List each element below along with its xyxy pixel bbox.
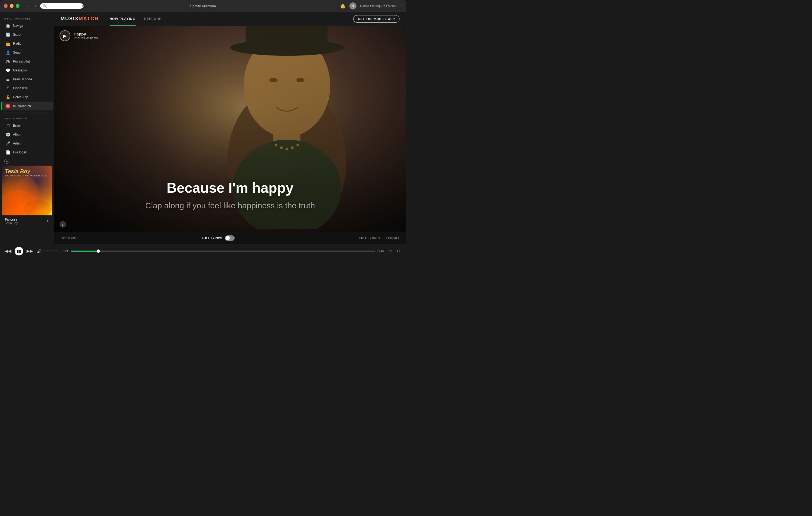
sidebar-item-naviga[interactable]: 🏠 Naviga bbox=[1, 21, 53, 30]
time-current: 0:21 bbox=[62, 249, 68, 253]
close-button[interactable] bbox=[4, 4, 7, 8]
resize-icon[interactable]: ◻ bbox=[400, 4, 402, 8]
sidebar-divider bbox=[4, 113, 50, 113]
sidebar-item-label: Scopri bbox=[13, 33, 22, 36]
progress-section: 0:21 3:46 bbox=[62, 249, 384, 253]
musixmatch-icon: ✕ bbox=[5, 103, 10, 109]
pause-button[interactable]: ▮▮ bbox=[14, 247, 23, 255]
lyrics-next-line: Clap along if you feel like happiness is… bbox=[65, 201, 395, 210]
sidebar-section1-label: MENU PRINCIPALE bbox=[0, 15, 54, 21]
header-tabs: NOW PLAYING EXPLORE bbox=[110, 12, 162, 26]
lyrics-controls-bar: SETTINGS FULL LYRICS EDIT LYRICS REPORT bbox=[54, 232, 406, 244]
next-button[interactable]: ▶▶ bbox=[26, 247, 34, 255]
sidebar-track-add-icon[interactable]: + bbox=[46, 218, 49, 224]
sidebar-item-cerca-app[interactable]: 🔒 Cerca App bbox=[1, 93, 53, 101]
lyrics-right-buttons: EDIT LYRICS REPORT bbox=[359, 237, 400, 240]
avatar[interactable]: N bbox=[349, 2, 356, 9]
edit-lyrics-button[interactable]: EDIT LYRICS bbox=[359, 237, 380, 240]
naviga-icon: 🏠 bbox=[5, 23, 10, 28]
song-info-overlay: ▶ Happy Pharrell Williams bbox=[60, 30, 98, 41]
song-details: Happy Pharrell Williams bbox=[74, 32, 98, 40]
sidebar-item-brani-in-coda[interactable]: ☰ Brani in coda bbox=[1, 75, 53, 84]
brani-icon: 🎵 bbox=[5, 123, 10, 128]
musixmatch-header: MUSIXMATCH NOW PLAYING EXPLORE GET THE M… bbox=[54, 12, 406, 26]
artisti-icon: 🎤 bbox=[5, 141, 10, 146]
file-locali-icon: 📄 bbox=[5, 150, 10, 155]
progress-bar[interactable] bbox=[71, 250, 375, 252]
sidebar-item-label: Dispositivi bbox=[13, 86, 28, 90]
volume-section: 🔊 bbox=[37, 249, 59, 253]
previous-button[interactable]: ◀◀ bbox=[4, 247, 12, 255]
sidebar-add-playlist[interactable]: + bbox=[0, 157, 54, 165]
volume-icon: 🔊 bbox=[37, 249, 41, 253]
sidebar-item-artisti[interactable]: 🎤 Artisti bbox=[1, 139, 53, 148]
sidebar-track-artist: Tesla Boy bbox=[5, 221, 18, 224]
extra-controls: ⇆ ↻ bbox=[387, 248, 402, 254]
sidebar-item-messaggi[interactable]: 💬 Messaggi bbox=[1, 66, 53, 75]
forward-arrow[interactable]: › bbox=[32, 3, 38, 8]
sidebar-item-brani[interactable]: 🎵 Brani bbox=[1, 121, 53, 130]
search-bar: 🔍 tesla boy ✕ bbox=[40, 3, 83, 9]
scopri-icon: 🔄 bbox=[5, 32, 10, 37]
svg-point-2 bbox=[16, 176, 38, 209]
cerca-app-icon: 🔒 bbox=[5, 95, 10, 99]
progress-thumb bbox=[97, 249, 100, 253]
add-icon: + bbox=[4, 159, 9, 164]
window-title: Spotify Premium bbox=[190, 4, 216, 8]
radio-icon: 📻 bbox=[5, 41, 10, 46]
sidebar-item-scopri[interactable]: 🔄 Scopri bbox=[1, 30, 53, 39]
sidebar: MENU PRINCIPALE 🏠 Naviga 🔄 Scopri 📻 Radi… bbox=[0, 12, 54, 244]
sidebar-item-label: Più ascoltati bbox=[13, 60, 31, 63]
playback-bar: ◀◀ ▮▮ ▶▶ 🔊 0:21 3:46 ⇆ ↻ bbox=[0, 244, 406, 258]
fullscreen-button[interactable] bbox=[16, 4, 20, 8]
full-lyrics-toggle: FULL LYRICS bbox=[202, 235, 235, 241]
piu-ascoltati-icon: 1/2₃ bbox=[5, 59, 10, 64]
progress-played bbox=[71, 250, 98, 252]
full-lyrics-label: FULL LYRICS bbox=[202, 237, 222, 240]
back-arrow[interactable]: ‹ bbox=[25, 3, 31, 8]
notification-icon[interactable]: 🔔 bbox=[340, 3, 346, 9]
search-icon: 🔍 bbox=[43, 4, 47, 8]
sidebar-item-label: Brani bbox=[13, 124, 21, 127]
album-art-svg bbox=[2, 165, 52, 215]
settings-button[interactable]: SETTINGS bbox=[61, 237, 78, 240]
shuffle-button[interactable]: ⇆ bbox=[387, 248, 394, 254]
sidebar-item-segui[interactable]: 👤 Segui bbox=[1, 48, 53, 57]
volume-bar[interactable] bbox=[43, 250, 59, 251]
album-icon: 💿 bbox=[5, 132, 10, 137]
song-artist: Pharrell Williams bbox=[74, 36, 98, 40]
sidebar-item-musixmatch[interactable]: ✕ musiXmatch bbox=[1, 102, 53, 111]
sidebar-item-file-locali[interactable]: 📄 File locali bbox=[1, 148, 53, 157]
sidebar-item-label: File locali bbox=[13, 150, 27, 154]
report-button[interactable]: REPORT bbox=[385, 237, 400, 240]
tab-now-playing[interactable]: NOW PLAYING bbox=[110, 12, 136, 26]
song-icon: ▶ bbox=[60, 30, 70, 41]
sidebar-item-album[interactable]: 💿 Album bbox=[1, 130, 53, 139]
brani-in-coda-icon: ☰ bbox=[5, 77, 10, 82]
user-name: Nicola Felasquez Falaco bbox=[360, 4, 396, 8]
sidebar-item-dispositivi[interactable]: 📱 Dispositivi bbox=[1, 84, 53, 93]
sidebar-item-label: Artisti bbox=[13, 142, 21, 145]
lyrics-current-line: Because I'm happy bbox=[65, 180, 395, 195]
sidebar-track-name: Fantasy bbox=[5, 217, 18, 221]
sidebar-item-label: Brani in coda bbox=[13, 78, 32, 81]
time-total: 3:46 bbox=[378, 249, 384, 253]
messaggi-icon: 💬 bbox=[5, 68, 10, 73]
sidebar-album-art: Tesla Boy THE UNIVERSE MADE OF DARKNESS bbox=[2, 165, 52, 215]
minimize-button[interactable] bbox=[10, 4, 13, 8]
sidebar-item-radio[interactable]: 📻 Radio bbox=[1, 39, 53, 48]
full-lyrics-toggle-switch[interactable] bbox=[225, 235, 235, 241]
tab-explore[interactable]: EXPLORE bbox=[144, 12, 162, 26]
main-layout: MENU PRINCIPALE 🏠 Naviga 🔄 Scopri 📻 Radi… bbox=[0, 12, 406, 244]
info-badge[interactable]: i bbox=[60, 221, 66, 227]
repeat-button[interactable]: ↻ bbox=[395, 248, 402, 254]
sidebar-item-label: Radio bbox=[13, 42, 21, 45]
lyrics-view: ▶ Happy Pharrell Williams Because I'm ha… bbox=[54, 26, 406, 232]
titlebar: ‹ › 🔍 tesla boy ✕ Spotify Premium 🔔 N Ni… bbox=[0, 0, 406, 12]
song-title: Happy bbox=[74, 32, 98, 36]
sidebar-item-piu-ascoltati[interactable]: 1/2₃ Più ascoltati bbox=[1, 57, 53, 66]
search-input[interactable]: tesla boy bbox=[48, 4, 81, 8]
mobile-app-button[interactable]: GET THE MOBILE APP bbox=[353, 15, 400, 23]
sidebar-album[interactable]: Tesla Boy THE UNIVERSE MADE OF DARKNESS … bbox=[2, 165, 52, 227]
search-clear-icon[interactable]: ✕ bbox=[82, 4, 84, 8]
